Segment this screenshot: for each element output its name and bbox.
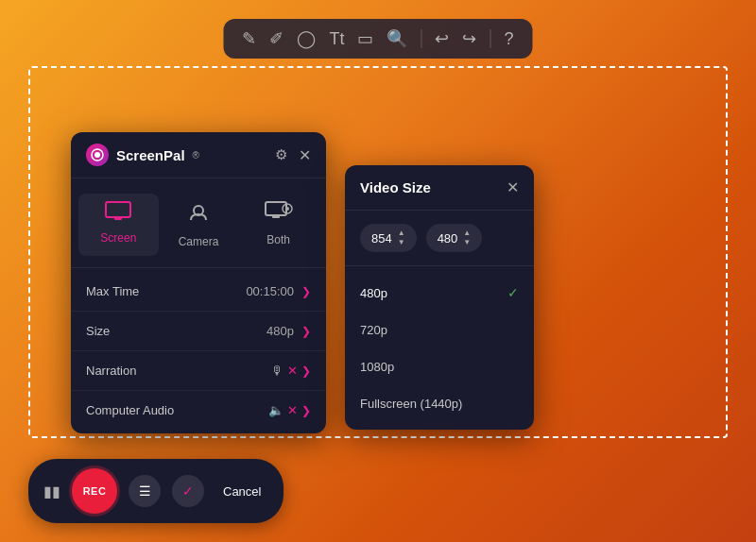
- svg-rect-3: [114, 217, 122, 220]
- pause-icon[interactable]: ▮▮: [43, 483, 60, 500]
- vs-fullscreen-label: Fullscreen (1440p): [360, 397, 462, 411]
- eraser-icon[interactable]: ◯: [297, 28, 316, 49]
- mode-tabs: Screen Camera Both: [71, 178, 326, 268]
- vs-height-up[interactable]: ▲: [463, 229, 471, 237]
- redo-icon[interactable]: ↪: [462, 28, 476, 49]
- svg-point-8: [285, 207, 289, 211]
- menu-button[interactable]: ☰: [129, 475, 161, 507]
- vs-height-down[interactable]: ▼: [463, 239, 471, 246]
- panel-header-icons: ⚙ ✕: [275, 146, 311, 164]
- audio-chevron: ❯: [301, 404, 311, 417]
- max-time-right: 00:15:00 ❯: [246, 284, 311, 298]
- max-time-chevron: ❯: [301, 285, 311, 298]
- speaker-icon: 🔈: [268, 403, 284, 417]
- divider2: [490, 29, 490, 48]
- svg-rect-6: [272, 215, 280, 218]
- vs-width-value: 854: [371, 231, 392, 246]
- text-icon[interactable]: Tt: [329, 29, 344, 49]
- audio-label: Computer Audio: [86, 403, 174, 417]
- vs-title: Video Size: [360, 179, 431, 195]
- rectangle-icon[interactable]: ▭: [357, 28, 373, 49]
- brand-logo: [86, 144, 109, 166]
- narration-chevron: ❯: [301, 364, 311, 378]
- vs-option-720p[interactable]: 720p: [345, 312, 534, 348]
- vs-width-group: 854 ▲ ▼: [360, 224, 417, 252]
- help-icon[interactable]: ?: [504, 29, 513, 49]
- vs-option-480p[interactable]: 480p ✓: [345, 274, 534, 312]
- settings-icon[interactable]: ⚙: [275, 146, 287, 163]
- vs-header: Video Size ✕: [345, 165, 534, 211]
- narration-row[interactable]: Narration 🎙 ✕ ❯: [71, 351, 326, 391]
- vs-width-down[interactable]: ▼: [398, 239, 405, 246]
- vs-option-1080p[interactable]: 1080p: [345, 348, 534, 385]
- size-right: 480p ❯: [266, 324, 311, 338]
- vs-width-up[interactable]: ▲: [398, 229, 405, 237]
- vs-height-group: 480 ▲ ▼: [426, 224, 483, 252]
- settings-list: Max Time 00:15:00 ❯ Size 480p ❯ Narratio…: [71, 268, 326, 433]
- size-chevron: ❯: [301, 325, 311, 338]
- pencil-icon[interactable]: ✎: [242, 28, 256, 49]
- undo-icon[interactable]: ↩: [435, 28, 449, 49]
- screenpal-panel: ScreenPal ® ⚙ ✕ Screen Ca: [71, 132, 326, 433]
- toolbar: ✎ ✐ ◯ Tt ▭ 🔍 ↩ ↪ ?: [223, 19, 532, 59]
- vs-inputs: 854 ▲ ▼ 480 ▲ ▼: [345, 211, 534, 266]
- vs-height-value: 480: [438, 231, 458, 246]
- mic-icon: 🎙: [271, 364, 284, 378]
- size-row[interactable]: Size 480p ❯: [71, 312, 326, 351]
- zoom-icon[interactable]: 🔍: [387, 28, 407, 49]
- close-icon[interactable]: ✕: [299, 146, 311, 164]
- screen-tab-icon: [105, 201, 131, 226]
- vs-720p-label: 720p: [360, 323, 387, 337]
- narration-right: 🎙 ✕ ❯: [271, 364, 311, 378]
- max-time-value: 00:15:00: [246, 284, 294, 298]
- both-tab-icon: [265, 201, 293, 228]
- svg-point-1: [94, 152, 100, 158]
- audio-right: 🔈 ✕ ❯: [268, 403, 311, 417]
- vs-1080p-label: 1080p: [360, 360, 394, 374]
- tab-screen[interactable]: Screen: [78, 194, 159, 256]
- vs-480p-label: 480p: [360, 286, 387, 300]
- narration-label: Narration: [86, 364, 136, 378]
- svg-rect-2: [106, 202, 130, 217]
- max-time-row[interactable]: Max Time 00:15:00 ❯: [71, 272, 326, 312]
- cancel-button[interactable]: Cancel: [215, 481, 268, 502]
- size-value: 480p: [266, 324, 294, 338]
- rec-button[interactable]: REC: [72, 468, 117, 514]
- divider: [421, 29, 421, 48]
- vs-480p-check: ✓: [507, 285, 519, 300]
- edit-button[interactable]: ✓: [172, 475, 204, 507]
- panel-header: ScreenPal ® ⚙ ✕: [71, 132, 326, 178]
- camera-tab-icon: [187, 201, 210, 229]
- bottom-bar: ▮▮ REC ☰ ✓ Cancel: [28, 459, 284, 523]
- camera-tab-label: Camera: [179, 235, 219, 248]
- vs-option-fullscreen[interactable]: Fullscreen (1440p): [345, 385, 534, 422]
- screen-tab-label: Screen: [100, 231, 136, 245]
- video-size-panel: Video Size ✕ 854 ▲ ▼ 480 ▲ ▼ 480p ✓ 720p…: [345, 165, 534, 430]
- narration-x: ✕: [287, 364, 298, 378]
- curve-icon[interactable]: ✐: [269, 28, 284, 49]
- tab-camera[interactable]: Camera: [159, 194, 239, 256]
- both-tab-label: Both: [266, 233, 290, 246]
- max-time-label: Max Time: [86, 284, 139, 298]
- tab-both[interactable]: Both: [238, 194, 318, 256]
- size-label: Size: [86, 324, 110, 338]
- vs-close-icon[interactable]: ✕: [507, 178, 519, 196]
- brand-name: ScreenPal: [116, 147, 185, 163]
- vs-width-spinner: ▲ ▼: [398, 229, 405, 246]
- audio-row[interactable]: Computer Audio 🔈 ✕ ❯: [71, 391, 326, 430]
- audio-x: ✕: [287, 403, 298, 417]
- vs-options: 480p ✓ 720p 1080p Fullscreen (1440p): [345, 266, 534, 430]
- vs-height-spinner: ▲ ▼: [463, 229, 471, 246]
- brand: ScreenPal ®: [86, 144, 199, 166]
